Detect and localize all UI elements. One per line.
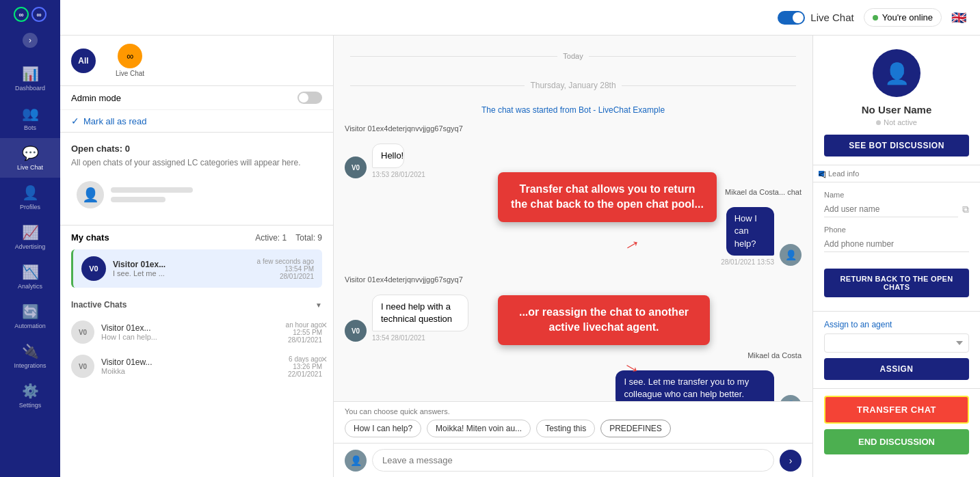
user-name: No User Name (862, 104, 932, 115)
msg-col-1: Hello! 13:53 28/01/2021 (372, 144, 425, 178)
language-flag[interactable]: 🇬🇧 (951, 10, 966, 25)
nav-rail: ∞ ∞ › 📊 Dashboard 👥 Bots 💬 Live Chat 👤 P… (0, 0, 60, 477)
quick-answer-btn-3[interactable]: Testing this (536, 420, 595, 437)
assign-button[interactable]: ASSIGN (824, 358, 969, 380)
visitor-sender-id-2: Visitor 01ex4deterjqnvvjjgg67sgyq7 (345, 275, 802, 284)
assign-agent-select[interactable] (824, 333, 969, 353)
name-input[interactable] (824, 202, 958, 217)
sidebar-item-automation[interactable]: 🔄 Automation (0, 297, 60, 336)
sidebar-item-advertising[interactable]: 📈 Advertising (0, 217, 60, 257)
quick-answers-bar: You can choose quick answers. How I can … (334, 401, 812, 443)
livechat-icon: 💬 (22, 145, 39, 161)
app-header: Live Chat You're online 🇬🇧 (60, 0, 980, 36)
quick-answer-btn-1[interactable]: How I can help? (345, 420, 421, 437)
phone-input[interactable] (824, 236, 969, 252)
logo: ∞ ∞ (14, 7, 47, 22)
sidebar-item-label-livechat: Live Chat (17, 164, 43, 171)
tooltip-transfer-chat: Transfer chat allows you to return the c… (498, 172, 717, 222)
online-status-badge[interactable]: You're online (864, 8, 942, 27)
sidebar-item-bots[interactable]: 👥 Bots (0, 98, 60, 138)
mark-all-read-row[interactable]: ✓ Mark all as read (60, 110, 333, 133)
open-chats-desc: All open chats of your assigned LC categ… (71, 158, 322, 167)
return-to-open-chats-button[interactable]: RETURN BACK TO THE OPEN CHATS (824, 269, 969, 297)
msg-bubble-visitor-2: I need help with a technical question (372, 295, 468, 331)
sidebar-item-settings[interactable]: ⚙️ Settings (0, 376, 60, 415)
inactive-preview-2: Moikka (101, 367, 281, 375)
user-status: Not active (876, 118, 917, 126)
predefines-button[interactable]: PREDEFINES (600, 420, 671, 437)
end-discussion-button[interactable]: END DISCUSSION (824, 429, 969, 454)
livechat-toggle-switch[interactable] (778, 11, 805, 25)
tooltip-reassign-chat: ...or reassign the chat to another activ… (498, 295, 710, 345)
msg-time-agent-1: 28/01/2021 13:53 (721, 258, 774, 266)
livechat-toggle[interactable]: Live Chat (778, 11, 853, 25)
placeholder-avatar: 👤 (77, 181, 104, 208)
quick-answers-label: You can choose quick answers. (345, 407, 802, 415)
chat-main: Today Thursday, January 28th The chat wa… (334, 36, 812, 477)
active-chat-name: Visitor 01ex... (113, 260, 250, 269)
admin-mode-row: Admin mode (60, 86, 333, 110)
left-panel-header: All ∞ Live Chat (60, 36, 333, 86)
lead-info-collapse[interactable]: ◁ (819, 171, 824, 176)
message-input-row: 👤 › (334, 443, 812, 477)
active-chat-item[interactable]: V0 Visitor 01ex... I see. Let me ... a f… (71, 249, 322, 288)
open-chats-title: Open chats: 0 (71, 144, 322, 154)
quick-answers-list: How I can help? Moikka! Miten voin au...… (345, 420, 802, 437)
active-chat-info: Visitor 01ex... I see. Let me ... (113, 260, 250, 277)
sidebar-item-dashboard[interactable]: 📊 Dashboard (0, 59, 60, 98)
transfer-chat-button[interactable]: TRANSFER CHAT (824, 396, 969, 424)
date-divider-today: Today (345, 52, 802, 60)
inactive-info-2: Visitor 01ew... Moikka (101, 357, 281, 375)
integrations-icon: 🔌 (22, 343, 39, 359)
msg-bubble-agent-2: I see. Let me transfer you to my colleag… (615, 370, 774, 401)
right-panel: 👤 No User Name Not active SEE BOT DISCUS… (812, 36, 980, 477)
livechat-filter-icon: ∞ (118, 44, 142, 68)
all-badge-label: All (78, 56, 88, 66)
mark-all-read-text: Mark all as read (83, 116, 146, 126)
online-label: You're online (882, 12, 933, 23)
msg-time-1: 13:53 28/01/2021 (372, 171, 425, 178)
sidebar-item-profiles[interactable]: 👤 Profiles (0, 178, 60, 217)
system-message: The chat was started from Bot - LiveChat… (345, 105, 802, 115)
visitor-avatar-2: V0 (345, 320, 367, 342)
online-dot (873, 15, 878, 21)
sidebar-item-livechat[interactable]: 💬 Live Chat (0, 138, 60, 178)
close-inactive-1[interactable]: ✕ (321, 321, 328, 330)
inactive-chats-header[interactable]: Inactive Chats ▼ (60, 295, 333, 315)
inactive-chat-item[interactable]: V0 Visitor 01ex... How I can help... an … (60, 315, 333, 349)
placeholder-line-1 (111, 187, 193, 193)
close-inactive-2[interactable]: ✕ (321, 355, 328, 364)
name-field: Name ⧉ (824, 191, 969, 217)
inactive-avatar-2: V0 (71, 355, 94, 378)
send-button[interactable]: › (780, 450, 802, 472)
quick-answer-btn-2[interactable]: Moikka! Miten voin au... (427, 420, 531, 437)
name-field-label: Name (824, 191, 969, 199)
status-dot (876, 120, 881, 125)
profiles-icon: 👤 (22, 185, 39, 201)
message-input[interactable] (372, 449, 774, 472)
logo-circle-1: ∞ (14, 7, 29, 22)
inactive-chats-title: Inactive Chats (71, 300, 127, 310)
relative-container: Today Thursday, January 28th The chat wa… (334, 36, 812, 477)
sidebar-item-analytics[interactable]: 📉 Analytics (0, 257, 60, 297)
admin-mode-toggle[interactable] (297, 92, 322, 104)
inactive-time-1: an hour ago 12:55 PM 28/01/2021 (286, 321, 322, 344)
sidebar-item-label-analytics: Analytics (18, 283, 42, 290)
copy-icon[interactable]: ⧉ (962, 204, 969, 215)
inactive-chat-item-2[interactable]: V0 Visitor 01ew... Moikka 6 days ago 13:… (60, 349, 333, 383)
inactive-avatar-1: V0 (71, 321, 94, 344)
livechat-filter-label: Live Chat (116, 70, 144, 77)
livechat-filter-badge[interactable]: ∞ Live Chat (103, 44, 157, 77)
nav-rail-collapse[interactable]: › (23, 33, 38, 48)
active-chat-preview: I see. Let me ... (113, 269, 250, 277)
all-badge[interactable]: All (71, 49, 96, 73)
check-circle-icon: ✓ (71, 115, 79, 126)
see-bot-discussion-button[interactable]: SEE BOT DISCUSSION (824, 135, 969, 156)
msg-bubble-agent-1: How I can help? (726, 207, 774, 256)
agent-sender: Mikael da Costa (345, 351, 802, 359)
msg-row-agent-2: 👤 I see. Let me transfer you to my colle… (345, 370, 802, 401)
active-chat-avatar: V0 (81, 256, 106, 281)
lead-info-section: Name ⧉ Phone RETURN BACK TO THE OPEN CHA… (813, 182, 980, 312)
msg-col-agent-2: I see. Let me transfer you to my colleag… (510, 370, 774, 401)
sidebar-item-integrations[interactable]: 🔌 Integrations (0, 336, 60, 376)
